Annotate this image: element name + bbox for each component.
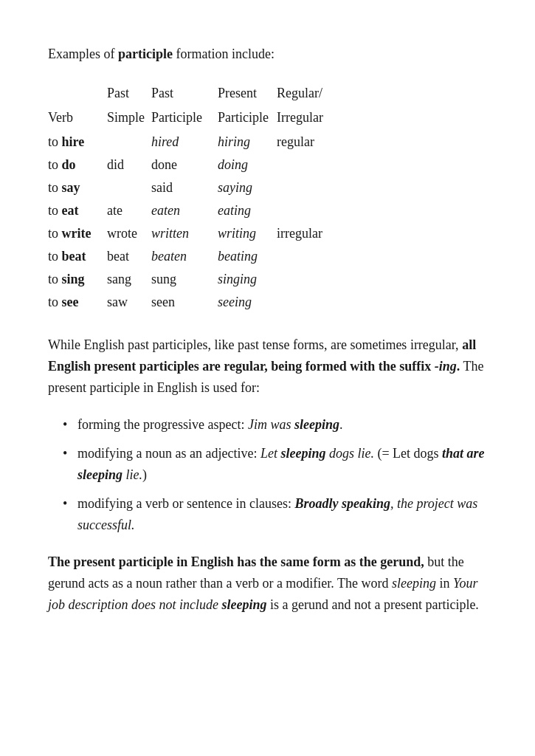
- verb-say: to say: [48, 176, 107, 199]
- final-paragraph: The present participle in English has th…: [48, 551, 487, 615]
- header-present-participle-label: Present: [218, 82, 277, 106]
- list-item: modifying a verb or sentence in clauses:…: [63, 493, 487, 536]
- header-regular-label: Regular/: [277, 82, 336, 106]
- present-participle-say: saying: [218, 176, 277, 199]
- regular-see: [277, 291, 336, 314]
- table-header-row-1: Past Past Present Regular/: [48, 82, 336, 106]
- header-irregular-label: Irregular: [277, 106, 336, 131]
- table-row: to eat ate eaten eating: [48, 199, 336, 222]
- intro-suffix: formation include:: [173, 47, 275, 61]
- past-simple-write: wrote: [107, 222, 151, 245]
- verb-write: to write: [48, 222, 107, 245]
- present-participle-see: seeing: [218, 291, 277, 314]
- header-verb-empty: [48, 82, 107, 106]
- table-row: to say said saying: [48, 176, 336, 199]
- past-participle-beat: beaten: [151, 245, 218, 268]
- header-simple-label: Simple: [107, 106, 151, 131]
- header-verb-label: Verb: [48, 106, 107, 131]
- past-simple-hire: [107, 131, 151, 154]
- intro-prefix: Examples of: [48, 47, 118, 61]
- participle-table: Past Past Present Regular/ Verb Simple P…: [48, 82, 336, 314]
- past-simple-sing: sang: [107, 268, 151, 291]
- past-simple-eat: ate: [107, 199, 151, 222]
- past-simple-do: did: [107, 154, 151, 176]
- past-simple-say: [107, 176, 151, 199]
- regular-sing: [277, 268, 336, 291]
- past-simple-beat: beat: [107, 245, 151, 268]
- regular-say: [277, 176, 336, 199]
- past-participle-do: done: [151, 154, 218, 176]
- bullet-list: forming the progressive aspect: Jim was …: [63, 414, 487, 535]
- list-item: forming the progressive aspect: Jim was …: [63, 414, 487, 436]
- header-past-participle-label: Past: [151, 82, 218, 106]
- present-participle-write: writing: [218, 222, 277, 245]
- past-simple-see: saw: [107, 291, 151, 314]
- verb-see: to see: [48, 291, 107, 314]
- table-row: to beat beat beaten beating: [48, 245, 336, 268]
- regular-write: irregular: [277, 222, 336, 245]
- past-participle-eat: eaten: [151, 199, 218, 222]
- table-row: to sing sang sung singing: [48, 268, 336, 291]
- present-participle-eat: eating: [218, 199, 277, 222]
- present-participle-beat: beating: [218, 245, 277, 268]
- regular-eat: [277, 199, 336, 222]
- present-participle-do: doing: [218, 154, 277, 176]
- regular-beat: [277, 245, 336, 268]
- regular-hire: regular: [277, 131, 336, 154]
- table-row: to write wrote written writing irregular: [48, 222, 336, 245]
- verb-hire: to hire: [48, 131, 107, 154]
- present-participle-sing: singing: [218, 268, 277, 291]
- past-participle-see: seen: [151, 291, 218, 314]
- table-row: to do did done doing: [48, 154, 336, 176]
- past-participle-hire: hired: [151, 131, 218, 154]
- past-participle-write: written: [151, 222, 218, 245]
- verb-do: to do: [48, 154, 107, 176]
- participle-table-section: Past Past Present Regular/ Verb Simple P…: [48, 82, 487, 314]
- verb-beat: to beat: [48, 245, 107, 268]
- header-participle-label: Participle: [151, 106, 218, 131]
- header-present-label: Participle: [218, 106, 277, 131]
- table-row: to see saw seen seeing: [48, 291, 336, 314]
- list-item: modifying a noun as an adjective: Let sl…: [63, 443, 487, 486]
- intro-keyword: participle: [118, 47, 173, 61]
- verb-sing: to sing: [48, 268, 107, 291]
- intro-paragraph: Examples of participle formation include…: [48, 44, 487, 64]
- regular-do: [277, 154, 336, 176]
- table-header-row-2: Verb Simple Participle Participle Irregu…: [48, 106, 336, 131]
- past-participle-say: said: [151, 176, 218, 199]
- header-past: Past: [107, 82, 151, 106]
- paragraph-present-participle: While English past participles, like pas…: [48, 334, 487, 398]
- present-participle-hire: hiring: [218, 131, 277, 154]
- verb-eat: to eat: [48, 199, 107, 222]
- table-row: to hire hired hiring regular: [48, 131, 336, 154]
- past-participle-sing: sung: [151, 268, 218, 291]
